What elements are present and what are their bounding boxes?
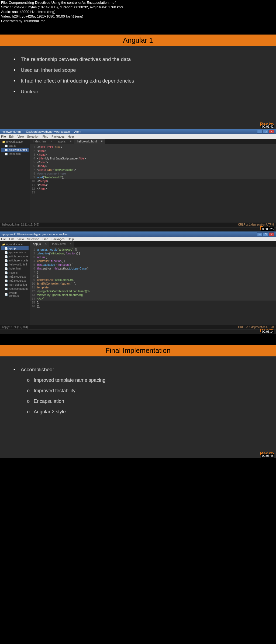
menu-file[interactable]: File [1, 237, 6, 241]
slide-title: Final Implementation [0, 345, 276, 356]
atom-editor-2: app.js — C:\Users\aswathyp\myworkspace —… [0, 231, 276, 334]
tree-folder[interactable]: myworkspace [1, 242, 29, 246]
meta-size: Size: 112642906 bytes (107.42 MiB), dura… [1, 5, 275, 10]
sub-bullet: Improved testability [27, 388, 263, 394]
window-controls: — □ X [257, 130, 274, 134]
status-bar: helloworld.html 12:11 (12, 242) CRLF ⚠ 1… [0, 223, 276, 227]
tree-file-selected[interactable]: app.js [1, 246, 29, 250]
code-editor[interactable]: 1<!DOCTYPE html> 2<html> 3 <head> 4 <tit… [30, 144, 276, 195]
tree-file[interactable]: ng2.module.ts [1, 279, 29, 283]
timestamp: 00:05:14 [261, 330, 274, 333]
tree-file[interactable]: helloworld.html [1, 263, 29, 267]
menu-packages[interactable]: Packages [51, 135, 64, 138]
slide-body: The relationship between directives and … [0, 46, 276, 105]
menu-find[interactable]: Find [43, 237, 48, 241]
tab-close-icon[interactable]: × [101, 140, 103, 143]
menu-help[interactable]: Help [68, 237, 74, 241]
window-title: app.js — C:\Users\aswathyp\myworkspace —… [2, 233, 69, 236]
slide-title: Angular 1 [0, 35, 276, 46]
tab-close-icon[interactable]: × [45, 242, 47, 245]
menu-edit[interactable]: Edit [9, 135, 14, 138]
tree-file[interactable]: system-config.js [1, 291, 29, 298]
tree-file[interactable]: index.html [1, 152, 29, 156]
meta-audio: Audio: aac, 48000 Hz, stereo (eng) [1, 10, 275, 14]
bullet: It had the effect of introducing extra d… [13, 78, 263, 84]
slide-body: Accomplished: Improved template name spa… [0, 356, 276, 425]
tree-file[interactable]: index.html [1, 267, 29, 271]
minimize-button[interactable]: — [257, 232, 263, 236]
window-title: helloworld.html — C:\Users\aswathyp\mywo… [2, 130, 81, 133]
menu-view[interactable]: View [18, 135, 24, 138]
code-area: app.js× index.html× 1angular.module('art… [30, 241, 276, 330]
file-tree: myworkspace app.js app.module.ts article… [0, 241, 30, 330]
window-controls: — □ X [257, 232, 274, 236]
minimize-button[interactable]: — [257, 130, 263, 134]
tab[interactable]: index.html× [49, 241, 74, 247]
sub-bullet: Angular 2 style [27, 409, 263, 415]
tab-close-icon[interactable]: × [70, 140, 72, 143]
sub-bullet: Encapsulation [27, 398, 263, 404]
code-area: index.html× app.js× helloworld.html× 1<!… [30, 139, 276, 228]
window-titlebar[interactable]: app.js — C:\Users\aswathyp\myworkspace —… [0, 231, 276, 237]
sub-bullet: Improved template name spacing [27, 377, 263, 383]
tree-file[interactable]: article.service.ts [1, 258, 29, 263]
close-button[interactable]: X [269, 130, 274, 134]
close-button[interactable]: X [269, 232, 274, 236]
atom-editor-1: helloworld.html — C:\Users\aswathyp\mywo… [0, 129, 276, 231]
status-left[interactable]: app.js* 16:4 (16, 384) [2, 326, 28, 329]
tab[interactable]: index.html× [30, 139, 54, 144]
maximize-button[interactable]: □ [263, 232, 268, 236]
tree-file-selected[interactable]: helloworld.html [1, 148, 29, 152]
menu-selection[interactable]: Selection [27, 135, 39, 138]
bullet: Used an inherited scope [13, 67, 263, 73]
menu-selection[interactable]: Selection [27, 237, 39, 241]
editor-tabs: index.html× app.js× helloworld.html× [30, 139, 276, 144]
tree-file[interactable]: article.compone [1, 254, 29, 258]
timestamp: 00:06:48 [261, 454, 274, 458]
status-left[interactable]: helloworld.html 12:11 (12, 242) [2, 223, 39, 226]
menu-find[interactable]: Find [43, 135, 48, 138]
window-titlebar[interactable]: helloworld.html — C:\Users\aswathyp\mywo… [0, 129, 276, 134]
slide-final: Final Implementation Accomplished: Impro… [0, 345, 276, 458]
menu-edit[interactable]: Edit [9, 237, 14, 241]
meta-file: File: Componentizing Directives Using th… [1, 1, 275, 5]
meta-generator: Generated by Thumbnail me [1, 19, 275, 23]
tree-folder[interactable]: myworkspace [1, 140, 29, 144]
code-editor[interactable]: 1angular.module('articleApp', []) 2.dire… [30, 247, 276, 309]
timestamp: 00:03:25 [261, 227, 274, 231]
tab-close-icon[interactable]: × [70, 242, 72, 245]
tab-active[interactable]: app.js× [30, 241, 49, 247]
tree-file[interactable]: app.js [1, 144, 29, 148]
tree-file[interactable]: app.module.ts [1, 250, 29, 254]
meta-video: Video: h264, yuv420p, 1920x1080, 30.00 f… [1, 14, 275, 19]
file-tree: myworkspace app.js helloworld.html index… [0, 139, 30, 228]
slide-angular1: Angular 1 The relationship between direc… [0, 35, 276, 129]
menu-packages[interactable]: Packages [51, 237, 64, 241]
menu-view[interactable]: View [18, 237, 24, 241]
maximize-button[interactable]: □ [263, 130, 268, 134]
tree-file[interactable]: main.ts [1, 271, 29, 275]
editor-tabs: app.js× index.html× [30, 241, 276, 247]
menu-bar: File Edit View Selection Find Packages H… [0, 237, 276, 241]
menu-bar: File Edit View Selection Find Packages H… [0, 134, 276, 139]
bullet: Accomplished: [13, 367, 263, 373]
tree-file[interactable]: npm-debug.log [1, 283, 29, 287]
tab-close-icon[interactable]: × [51, 140, 52, 143]
timestamp: 00:01:42 [261, 125, 274, 128]
tree-file[interactable]: root.component [1, 287, 29, 291]
menu-file[interactable]: File [1, 135, 6, 138]
bullet: Unclear [13, 89, 263, 95]
bullet: The relationship between directives and … [13, 56, 263, 62]
tree-file[interactable]: ng1.module.ts [1, 275, 29, 279]
tab-active[interactable]: helloworld.html× [74, 139, 105, 144]
menu-help[interactable]: Help [68, 135, 74, 138]
tab[interactable]: app.js× [54, 139, 74, 144]
status-bar: app.js* 16:4 (16, 384) CRLF ⚠ 1 deprecat… [0, 325, 276, 329]
file-metadata: File: Componentizing Directives Using th… [0, 0, 276, 24]
